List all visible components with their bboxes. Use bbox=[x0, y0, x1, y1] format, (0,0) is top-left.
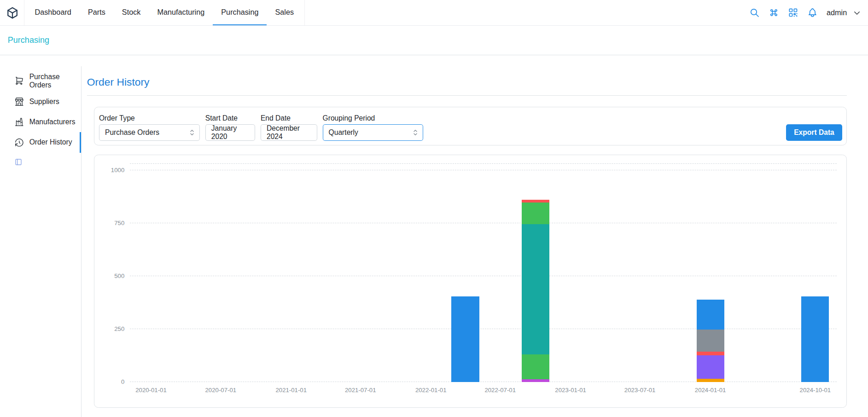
grouping-period-group: Grouping Period Quarterly bbox=[323, 114, 424, 141]
y-tick-label: 0 bbox=[121, 378, 124, 385]
y-gridline: 1000 bbox=[130, 170, 836, 170]
y-tick-label: 1000 bbox=[111, 167, 124, 174]
bar-segment-blue[interactable] bbox=[697, 300, 724, 330]
sidebar-item-label: Manufacturers bbox=[29, 118, 76, 126]
y-gridline: 750 bbox=[130, 223, 836, 223]
sidebar-item-suppliers[interactable]: Suppliers bbox=[0, 91, 81, 111]
x-tick-label: 2024-10-01 bbox=[800, 387, 831, 394]
stacked-bar-2022-04-01[interactable] bbox=[451, 164, 479, 382]
bar-segment-gray[interactable] bbox=[697, 330, 724, 352]
end-date-label: End Date bbox=[261, 114, 317, 122]
main-nav-tabs: Dashboard Parts Stock Manufacturing Purc… bbox=[24, 0, 305, 25]
tab-parts[interactable]: Parts bbox=[80, 0, 114, 25]
order-type-select[interactable]: Purchase Orders bbox=[99, 124, 200, 141]
y-gridline: 0 bbox=[130, 382, 836, 382]
bar-segment-violet[interactable] bbox=[697, 355, 724, 379]
start-date-input[interactable]: January 2020 bbox=[205, 124, 255, 141]
qrcode-icon[interactable] bbox=[788, 7, 798, 18]
bar-segment-blue[interactable] bbox=[451, 296, 479, 382]
x-tick-label: 2021-07-01 bbox=[345, 387, 376, 394]
selector-chevrons-icon bbox=[188, 128, 196, 137]
command-icon[interactable] bbox=[769, 7, 779, 18]
x-tick-label: 2020-01-01 bbox=[135, 387, 167, 394]
x-tick-label: 2021-01-01 bbox=[275, 387, 307, 394]
factory-icon bbox=[14, 117, 24, 127]
bar-segment-teal[interactable] bbox=[522, 224, 549, 354]
stacked-bar-2024-01-01[interactable] bbox=[697, 164, 724, 382]
bar-segment-red[interactable] bbox=[697, 352, 724, 355]
purchasing-sidebar: Purchase Orders Suppliers bbox=[0, 66, 82, 417]
bar-segment-green-upper[interactable] bbox=[522, 203, 549, 224]
username-label: admin bbox=[827, 8, 847, 17]
tab-stock[interactable]: Stock bbox=[114, 0, 149, 25]
order-type-group: Order Type Purchase Orders bbox=[99, 114, 200, 141]
y-gridline: 500 bbox=[130, 276, 836, 276]
shopping-cart-icon bbox=[14, 76, 24, 86]
end-date-input[interactable]: December 2024 bbox=[261, 124, 317, 141]
tab-dashboard[interactable]: Dashboard bbox=[26, 0, 79, 25]
page-body: Purchase Orders Suppliers bbox=[0, 55, 868, 417]
bar-segment-red[interactable] bbox=[522, 200, 549, 203]
chevron-down-icon bbox=[853, 9, 861, 17]
user-menu[interactable]: admin bbox=[827, 8, 861, 17]
end-date-group: End Date December 2024 bbox=[261, 114, 317, 141]
x-tick-label: 2020-07-01 bbox=[205, 387, 236, 394]
tab-purchasing[interactable]: Purchasing bbox=[213, 0, 267, 25]
sidebar-item-label: Purchase Orders bbox=[29, 73, 81, 89]
x-tick-label: 2023-07-01 bbox=[624, 387, 656, 394]
main-content: Order History Order Type Purchase Orders… bbox=[82, 55, 868, 417]
filter-panel: Order Type Purchase Orders Start Date Ja… bbox=[94, 107, 847, 145]
bar-segment-amber[interactable] bbox=[697, 379, 724, 382]
y-tick-label: 250 bbox=[114, 325, 124, 332]
start-date-label: Start Date bbox=[205, 114, 255, 122]
order-history-chart-card: 025050075010002020-01-012020-07-012021-0… bbox=[94, 155, 847, 408]
breadcrumb-purchasing[interactable]: Purchasing bbox=[8, 35, 49, 45]
tab-manufacturing[interactable]: Manufacturing bbox=[149, 0, 213, 25]
grouping-period-select[interactable]: Quarterly bbox=[323, 124, 424, 141]
grouping-period-label: Grouping Period bbox=[323, 114, 424, 122]
stacked-bar-2022-10-01[interactable] bbox=[522, 164, 549, 382]
bar-segment-grape[interactable] bbox=[522, 379, 549, 382]
history-clock-icon bbox=[14, 138, 24, 148]
grouping-period-value: Quarterly bbox=[329, 128, 358, 137]
order-type-value: Purchase Orders bbox=[105, 128, 159, 137]
export-data-button[interactable]: Export Data bbox=[786, 124, 842, 141]
storefront-icon bbox=[14, 97, 24, 107]
y-gridline bbox=[130, 163, 836, 164]
top-navbar: Dashboard Parts Stock Manufacturing Purc… bbox=[0, 0, 868, 26]
start-date-value: January 2020 bbox=[211, 124, 249, 141]
bar-segment-green-lower[interactable] bbox=[522, 354, 549, 379]
app-logo[interactable] bbox=[3, 0, 23, 25]
sidebar-item-manufacturers[interactable]: Manufacturers bbox=[0, 112, 81, 132]
page-title: Order History bbox=[87, 76, 847, 88]
sidebar-collapse-icon[interactable] bbox=[14, 158, 23, 166]
start-date-group: Start Date January 2020 bbox=[205, 114, 255, 141]
x-tick-label: 2023-01-01 bbox=[555, 387, 586, 394]
end-date-value: December 2024 bbox=[267, 124, 311, 141]
sidebar-item-label: Suppliers bbox=[29, 98, 59, 106]
search-icon[interactable] bbox=[749, 7, 760, 18]
selector-chevrons-icon bbox=[411, 128, 419, 137]
breadcrumb-bar: Purchasing bbox=[0, 26, 868, 55]
bar-segment-blue[interactable] bbox=[801, 296, 829, 382]
sidebar-item-label: Order History bbox=[29, 138, 72, 146]
stacked-bar-2024-10-01[interactable] bbox=[801, 164, 829, 382]
tab-sales[interactable]: Sales bbox=[267, 0, 302, 25]
sidebar-item-order-history[interactable]: Order History bbox=[0, 132, 81, 152]
inventree-logo-icon bbox=[6, 6, 19, 20]
navbar-actions: admin bbox=[749, 0, 862, 25]
y-tick-label: 750 bbox=[114, 220, 124, 226]
sidebar-item-purchase-orders[interactable]: Purchase Orders bbox=[0, 71, 81, 91]
y-tick-label: 500 bbox=[114, 272, 124, 279]
bell-icon[interactable] bbox=[807, 7, 818, 18]
order-type-label: Order Type bbox=[99, 114, 200, 122]
x-tick-label: 2022-01-01 bbox=[415, 387, 447, 394]
x-tick-label: 2022-07-01 bbox=[484, 387, 516, 394]
app-window: Dashboard Parts Stock Manufacturing Purc… bbox=[0, 0, 868, 417]
x-tick-label: 2024-01-01 bbox=[695, 387, 726, 394]
chart-plot: 025050075010002020-01-012020-07-012021-0… bbox=[130, 164, 836, 382]
y-gridline: 250 bbox=[130, 329, 836, 329]
title-divider bbox=[87, 95, 847, 96]
